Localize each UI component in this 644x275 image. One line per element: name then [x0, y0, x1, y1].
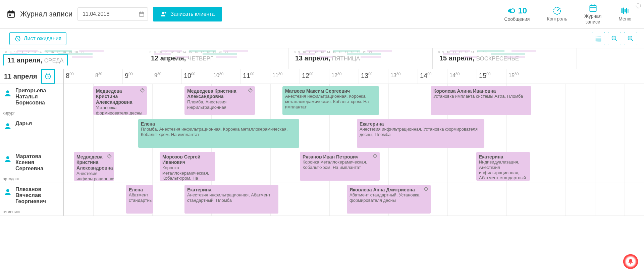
appointment-service: Установка импланта системы Astra, Пломба [433, 94, 529, 99]
appointment-client: Екатерина [360, 121, 482, 127]
clock-column-toggle[interactable] [41, 69, 55, 84]
appointment[interactable]: Медведева Кристина Александровна Пломба,… [184, 86, 255, 115]
date-input[interactable] [77, 7, 148, 21]
person-icon [3, 89, 12, 98]
grid-icon [595, 35, 602, 42]
svg-rect-21 [625, 9, 626, 12]
time-slot: 800 [64, 69, 93, 84]
svg-point-12 [511, 9, 515, 13]
day-tab[interactable]: 89101112131415161718192021 13 апреля, ПЯ… [288, 48, 433, 69]
appointment-client: Морозов Сергей Иванович [162, 154, 213, 166]
svg-rect-8 [142, 11, 143, 13]
appointment[interactable]: Елена Пломба, Анестезия инфильтрационная… [138, 119, 299, 148]
menu-bars-icon [620, 6, 630, 15]
time-slot: 1100 [241, 69, 270, 84]
day-tab[interactable]: 89101112131415161718192021 12 апреля, ЧЕ… [144, 48, 288, 69]
schedule-row: Дарья Елена Пломба, Анестезия инфильтрац… [0, 117, 644, 150]
svg-line-41 [48, 77, 49, 77]
svg-rect-23 [628, 9, 628, 13]
appointment-client: Екатерина [479, 154, 527, 160]
nav-messages[interactable]: 10 Сообщения [498, 6, 536, 22]
appointment[interactable]: Екатерина Индивидуализация, Анестезия ин… [476, 152, 530, 181]
svg-line-14 [557, 9, 559, 11]
appointment[interactable]: Рязанов Иван Петрович Коронка металлокер… [300, 152, 380, 181]
book-client-button[interactable]: Записать клиента [153, 7, 222, 21]
svg-point-52 [426, 188, 426, 188]
day-tab[interactable]: 89101112131415161718192021 11 апреля, СР… [0, 48, 144, 69]
svg-rect-19 [622, 8, 623, 13]
appointment[interactable]: Королева Алина Ивановна Установка имплан… [431, 86, 531, 115]
svg-rect-15 [590, 5, 596, 12]
tag-icon [372, 153, 378, 159]
appointment[interactable]: Яковлева Анна Дмитриевна Абатмент станда… [347, 185, 431, 214]
appointment-client: Яковлева Анна Дмитриевна [350, 187, 428, 193]
day-tab[interactable]: 8910111213141516 15 апреля, ВОСКРЕСЕНЬЕ [433, 48, 577, 69]
svg-point-47 [6, 123, 9, 126]
timeline-header: 11 апреля 800830900930100010301100113012… [0, 69, 644, 84]
nav-menu[interactable]: Меню [612, 6, 637, 22]
appointment[interactable]: Медведева Кристина Александровна Анестез… [74, 152, 114, 181]
calendar-nav-icon [588, 3, 598, 13]
toolbar: Лист ожидания [0, 29, 644, 48]
svg-rect-2 [9, 10, 10, 12]
nav-control[interactable]: Контроль [541, 6, 573, 22]
appointment-client: Матвеев Максим Сергеевич [285, 88, 376, 94]
zoom-in-button[interactable] [624, 32, 637, 45]
staff-role: хирург [3, 111, 15, 116]
appointment[interactable]: Морозов Сергей Иванович Коронка металлок… [160, 152, 215, 181]
grid-settings-button[interactable] [592, 32, 605, 45]
waitlist-button[interactable]: Лист ожидания [9, 32, 66, 45]
staff-cell[interactable]: Дарья [0, 117, 64, 150]
date-picker[interactable] [77, 7, 148, 21]
appointment-service: Анестезия инфильтрационная, Установка фо… [360, 127, 482, 137]
tag-icon [248, 88, 253, 93]
waitlist-label: Лист ожидания [24, 36, 61, 42]
row-body[interactable]: Медведева Кристина Александровна Анестез… [64, 150, 644, 183]
nav-messages-label: Сообщения [504, 16, 530, 22]
calendar-icon [7, 10, 15, 18]
appointment-service: Анестезия инфильтрационная, Коронка мета… [285, 94, 376, 109]
page-title-group: Журнал записи [7, 10, 72, 18]
svg-rect-4 [9, 14, 11, 16]
time-slot: 1500 [477, 69, 506, 84]
nav-journal[interactable]: Журнал записи [578, 3, 607, 25]
svg-line-36 [632, 39, 633, 41]
day-label: 15 апреля, ВОСКРЕСЕНЬЕ [436, 53, 522, 63]
svg-point-49 [109, 155, 109, 155]
page-title: Журнал записи [20, 10, 72, 18]
svg-rect-20 [623, 8, 624, 14]
svg-point-48 [6, 156, 9, 159]
time-slot: 1430 [447, 69, 477, 84]
clock-icon [14, 35, 21, 42]
staff-cell[interactable]: ПлехановВячеславГеоргиевич гигиенист [0, 183, 64, 216]
time-slot: 1300 [359, 69, 388, 84]
appointment[interactable]: Елена Абатмент стандартный [126, 185, 153, 214]
appointment-client: Медведева Кристина Александровна [96, 88, 144, 105]
time-slot: 1200 [300, 69, 329, 84]
staff-cell[interactable]: МаратоваКсенияСергеевна ортодонт [0, 150, 64, 183]
appointment[interactable]: Екатерина Анестезия инфильтрационная, Аб… [184, 185, 278, 214]
row-body[interactable]: Елена Абатмент стандартный Екатерина Ане… [64, 183, 644, 216]
appointment-service: Пломба, Анестезия инфильтрационная [187, 99, 252, 110]
svg-point-51 [6, 189, 9, 192]
messages-count: 10 [518, 6, 527, 16]
nav-control-label: Контроль [547, 16, 567, 22]
nav-journal-label: Журнал записи [584, 13, 601, 25]
svg-rect-5 [139, 12, 144, 16]
side-head-date: 11 апреля [0, 69, 41, 84]
time-slot: 1130 [270, 69, 300, 84]
appointment-service: Коронка металлокерамическая. Кобальт-хро… [162, 165, 213, 180]
appointment-service: Анестезия инфильтрационная, Абатмент [76, 171, 111, 181]
zoom-out-button[interactable] [608, 32, 621, 45]
side-head: 11 апреля [0, 69, 64, 84]
appointment[interactable]: Матвеев Максим Сергеевич Анестезия инфил… [282, 86, 379, 115]
staff-cell[interactable]: ГригорьеваНатальяБорисовна хирург [0, 84, 64, 117]
tag-icon [107, 153, 112, 159]
row-body[interactable]: Елена Пломба, Анестезия инфильтрационная… [64, 117, 644, 150]
row-body[interactable]: Медведева Кристина Александровна Установ… [64, 84, 644, 117]
appointment-service: Анестезия инфильтрационная, Абатмент ста… [187, 192, 276, 203]
appointment[interactable]: Медведева Кристина Александровна Установ… [93, 86, 147, 115]
svg-rect-3 [12, 10, 13, 12]
zoom-out-icon [611, 35, 618, 42]
appointment[interactable]: Екатерина Анестезия инфильтрационная, Ус… [357, 119, 484, 148]
